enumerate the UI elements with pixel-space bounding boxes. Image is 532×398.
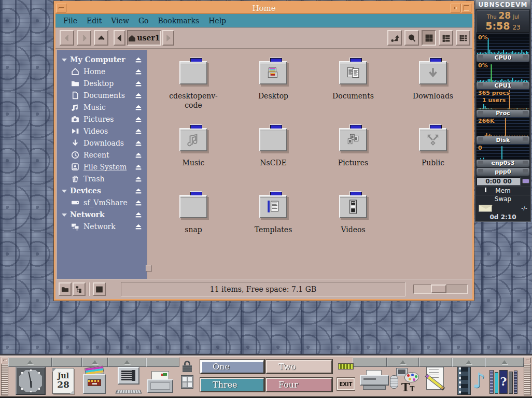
menu-item[interactable]: Bookmarks	[153, 16, 204, 26]
menu-item[interactable]: Help	[204, 16, 231, 26]
previous-folder-button[interactable]	[114, 30, 125, 46]
eject-icon[interactable]	[134, 139, 143, 147]
toggle-side-pane-button[interactable]	[93, 282, 106, 296]
disk-label[interactable]: Disk	[477, 136, 529, 144]
sidebar-item[interactable]: Recent	[57, 149, 147, 161]
sidebar-item[interactable]: My Computer	[57, 53, 147, 65]
menu-item[interactable]: View	[106, 16, 134, 26]
folder-emblem-icon	[186, 200, 201, 214]
sidebar-item[interactable]: Music	[57, 101, 147, 113]
disk-rate: 266K	[478, 118, 495, 124]
folder-item[interactable]: Templates	[233, 190, 313, 257]
compact-view-button[interactable]	[456, 30, 470, 46]
ppp-connect-button[interactable]	[522, 179, 529, 183]
eject-icon[interactable]	[134, 67, 143, 76]
style-manager-launcher[interactable]: TT	[390, 368, 419, 395]
text-editor-launcher[interactable]	[424, 367, 450, 395]
folder-item[interactable]: Pictures	[313, 123, 393, 190]
sidebar-item[interactable]: Home	[57, 65, 147, 77]
front-panel: Jul 28 OneTwoThreeFour EXIT	[0, 356, 532, 398]
ppp-label[interactable]: ppp0	[477, 168, 529, 176]
workspace-button[interactable]: Three	[200, 378, 264, 392]
cpu0-load: 0%	[478, 34, 488, 41]
folder-emblem-icon	[266, 200, 281, 214]
printer-launcher[interactable]	[360, 370, 390, 392]
icon-view-button[interactable]	[422, 30, 436, 46]
swap-row[interactable]: Swap	[475, 195, 530, 203]
folder-item[interactable]: Music	[153, 123, 233, 190]
eject-icon[interactable]	[134, 55, 143, 64]
sidebar-item[interactable]: Network	[57, 208, 147, 220]
title-bar[interactable]: Home	[55, 3, 472, 14]
folder-tab	[270, 192, 282, 195]
sidebar-item[interactable]: Videos	[57, 125, 147, 137]
net-label[interactable]: enp0s3	[477, 160, 529, 167]
folder-item[interactable]: Documents	[313, 56, 393, 123]
eject-icon[interactable]	[134, 79, 143, 88]
sidebar-item[interactable]: Trash	[57, 173, 147, 184]
next-folder-button[interactable]	[162, 30, 174, 46]
menu-item[interactable]: File	[59, 16, 82, 26]
mail-monitor[interactable]: -/-	[475, 203, 530, 214]
minimize-button[interactable]	[451, 4, 460, 12]
workspace-button[interactable]: One	[200, 360, 264, 374]
collapse-arrow-icon[interactable]	[61, 188, 67, 194]
search-button[interactable]	[404, 30, 419, 46]
swap-label: Swap	[495, 195, 511, 203]
forward-button[interactable]	[77, 30, 91, 46]
folder-item[interactable]: snap	[153, 190, 233, 257]
eject-icon[interactable]	[134, 151, 143, 159]
show-tree-button[interactable]	[73, 282, 86, 296]
up-button[interactable]	[94, 30, 108, 46]
menu-item[interactable]: Go	[134, 16, 153, 26]
collapse-arrow-icon[interactable]	[61, 211, 67, 218]
folder-item[interactable]: Desktop	[233, 56, 313, 123]
show-places-button[interactable]	[59, 282, 72, 296]
sidebar-item[interactable]: Downloads	[57, 137, 147, 149]
media-player-launcher[interactable]: ♪	[455, 367, 485, 395]
path-button[interactable]: user1	[127, 30, 161, 46]
eject-icon[interactable]	[134, 91, 143, 100]
cpu1-label[interactable]: CPU1	[477, 82, 529, 90]
sidebar-item[interactable]: File System	[57, 161, 147, 173]
eject-icon[interactable]	[134, 198, 143, 207]
sidebar-item[interactable]: Documents	[57, 89, 147, 101]
workspace-button[interactable]: Two	[266, 360, 332, 374]
sidebar-item[interactable]: Desktop	[57, 77, 147, 89]
help-launcher[interactable]: ?	[489, 368, 517, 394]
slider-handle[interactable]	[431, 285, 446, 293]
sidebar-item[interactable]: sf_VmShare	[57, 196, 147, 208]
folder-item[interactable]: Videos	[313, 190, 393, 257]
mem-row[interactable]: Mem	[475, 187, 530, 195]
eject-icon[interactable]	[134, 187, 143, 195]
search-icon	[408, 34, 416, 42]
folder-item[interactable]: Public	[393, 123, 472, 190]
eject-icon[interactable]	[134, 103, 143, 111]
maximize-button[interactable]	[461, 4, 471, 12]
sidebar-item[interactable]: Devices	[57, 184, 147, 196]
eject-icon[interactable]	[134, 115, 143, 123]
eject-icon[interactable]	[134, 127, 143, 135]
folder-item[interactable]: Downloads	[393, 56, 472, 123]
proc-label[interactable]: Proc	[477, 110, 529, 118]
filmstrip-icon	[457, 367, 471, 395]
back-button[interactable]	[60, 30, 74, 46]
workspace-button[interactable]: Four	[266, 378, 332, 392]
list-view-button[interactable]	[439, 30, 453, 46]
sidebar-item[interactable]: Network	[57, 220, 147, 232]
eject-icon[interactable]	[134, 163, 143, 171]
zoom-slider[interactable]	[413, 285, 468, 294]
hostname[interactable]: UBNSCDEVM	[475, 0, 530, 9]
collapse-arrow-icon[interactable]	[61, 56, 67, 63]
jump-to-button[interactable]	[387, 30, 402, 46]
exit-button[interactable]: EXIT	[337, 378, 355, 390]
cpu0-label[interactable]: CPU0	[477, 54, 529, 62]
eject-icon[interactable]	[134, 210, 143, 219]
folder-flap	[260, 62, 286, 64]
folder-item[interactable]: NsCDE	[233, 123, 313, 190]
sidebar-item[interactable]: Pictures	[57, 113, 147, 125]
eject-icon[interactable]	[134, 222, 143, 231]
menu-item[interactable]: Edit	[82, 16, 106, 26]
folder-item[interactable]: cdesktopenv-code	[153, 56, 233, 123]
eject-icon[interactable]	[134, 175, 143, 183]
